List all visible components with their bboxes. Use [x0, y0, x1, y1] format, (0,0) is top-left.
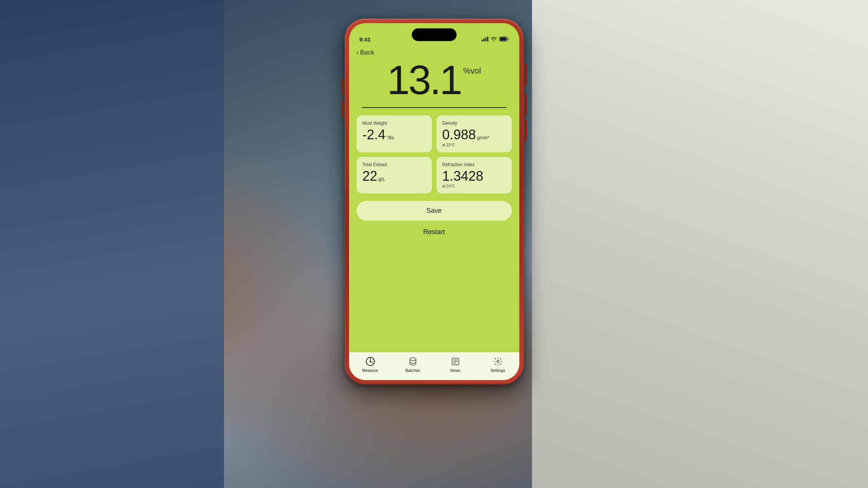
svg-point-9 [410, 358, 416, 361]
metric-value-row-refractive-index: 1.3428 [442, 169, 506, 184]
settings-icon [493, 356, 503, 367]
metric-value-density: 0.988 [442, 127, 476, 142]
metrics-grid: Must Weight -2.4 °Bx Density 0.988 g/cm³ [349, 115, 519, 193]
news-icon [450, 356, 461, 367]
metric-unit-density: g/cm³ [477, 135, 489, 140]
metric-value-row-density: 0.988 g/cm³ [442, 127, 506, 142]
metric-value-row-total-extract: 22 g/L [363, 169, 426, 184]
tab-measure[interactable]: Measure [357, 356, 383, 373]
main-value-row: 13.1 %vol [387, 59, 481, 100]
metric-value-row-must-weight: -2.4 °Bx [363, 127, 426, 142]
restart-button[interactable]: Restart [357, 224, 512, 240]
save-button[interactable]: Save [357, 201, 512, 221]
metric-value-total-extract: 22 [363, 169, 377, 184]
tab-bar: Measure Batches [349, 352, 519, 380]
batches-icon [408, 356, 418, 367]
phone-screen: 9:41 [349, 23, 519, 380]
metric-card-must-weight: Must Weight -2.4 °Bx [357, 115, 432, 152]
status-time: 9:41 [360, 36, 371, 43]
metric-card-refractive-index: Refractive Index 1.3428 at 24°C [436, 157, 512, 194]
metric-unit-must-weight: °Bx [387, 135, 394, 140]
svg-rect-0 [482, 40, 483, 41]
svg-rect-5 [500, 37, 507, 41]
metric-value-refractive-index: 1.3428 [442, 169, 483, 184]
signal-icon [482, 37, 488, 43]
divider [362, 107, 507, 108]
main-value-unit: %vol [463, 66, 481, 76]
svg-rect-2 [485, 37, 486, 41]
shirt-background [532, 0, 868, 488]
back-label: Back [360, 49, 374, 56]
metric-sub-density: at 23°C [442, 143, 506, 147]
dynamic-island [412, 28, 457, 41]
phone-case: 9:41 [345, 19, 524, 385]
denim-background [0, 0, 224, 488]
tab-batches[interactable]: Batches [400, 356, 426, 373]
main-value-number: 13.1 [387, 59, 461, 100]
metric-card-density: Density 0.988 g/cm³ at 23°C [436, 115, 512, 152]
wifi-icon [491, 37, 497, 43]
svg-rect-1 [483, 38, 485, 41]
metric-value-must-weight: -2.4 [363, 127, 386, 142]
main-value-section: 13.1 %vol [349, 59, 519, 104]
measure-icon [365, 356, 376, 367]
metric-card-total-extract: Total Extract 22 g/L [357, 157, 432, 194]
metric-label-total-extract: Total Extract [363, 162, 426, 167]
battery-icon [499, 37, 509, 43]
metric-label-refractive-index: Refractive Index [442, 162, 506, 167]
metric-sub-refractive-index: at 24°C [442, 184, 506, 188]
back-chevron-icon: ‹ [357, 49, 359, 56]
tab-settings[interactable]: Settings [485, 356, 511, 373]
screen-content: ‹ Back 13.1 %vol [349, 46, 519, 380]
svg-point-14 [497, 360, 499, 363]
svg-rect-3 [487, 37, 488, 41]
metric-label-density: Density [442, 121, 506, 126]
action-buttons: Save Restart [349, 201, 519, 240]
phone-wrapper: 9:41 [345, 19, 524, 385]
metric-unit-total-extract: g/L [379, 176, 385, 182]
status-icons [482, 37, 509, 43]
metric-label-must-weight: Must Weight [363, 121, 426, 126]
tab-settings-label: Settings [491, 368, 505, 373]
svg-point-7 [370, 361, 371, 362]
tab-news-label: News [450, 368, 461, 373]
tab-news[interactable]: News [442, 356, 469, 373]
tab-measure-label: Measure [362, 368, 378, 373]
tab-batches-label: Batches [405, 368, 420, 373]
